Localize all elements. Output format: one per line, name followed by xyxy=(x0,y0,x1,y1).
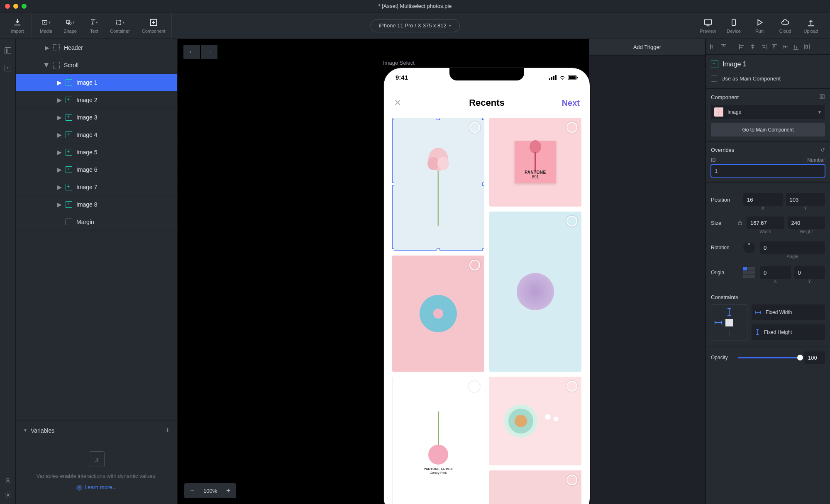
origin-y-input[interactable] xyxy=(794,266,825,279)
container-icon: ▾ xyxy=(115,18,124,27)
position-x-input[interactable] xyxy=(743,193,783,206)
layer-image-1[interactable]: ▶ Image 1 xyxy=(16,74,177,91)
align-right-icon[interactable] xyxy=(759,42,768,51)
panel-toggle-button[interactable] xyxy=(5,47,11,54)
position-y-input[interactable] xyxy=(786,193,825,206)
origin-grid-selector[interactable] xyxy=(743,267,755,278)
grid-tile-2[interactable]: PANTONE 691 xyxy=(489,118,581,207)
add-trigger-button[interactable]: Add Trigger xyxy=(589,39,705,56)
grid-tile-6[interactable] xyxy=(489,377,581,465)
grid-tile-3[interactable] xyxy=(392,256,484,372)
nav-forward-button[interactable]: → xyxy=(201,45,217,59)
align-center-h-icon[interactable] xyxy=(748,42,757,51)
layer-header[interactable]: ▶ Header xyxy=(16,39,177,56)
lock-icon[interactable] xyxy=(737,220,743,226)
coffee-illustration xyxy=(508,409,533,433)
svg-rect-8 xyxy=(549,78,550,80)
run-button[interactable]: Run xyxy=(751,18,768,34)
photo-grid: ✦ xyxy=(384,114,590,504)
nav-back-button[interactable]: ← xyxy=(183,45,200,59)
shape-button[interactable]: ▾ Shape xyxy=(62,18,78,34)
canvas-screen-label: Image Select xyxy=(383,60,415,66)
zoom-out-button[interactable]: − xyxy=(184,483,200,498)
layer-scroll[interactable]: ▶ Scroll xyxy=(16,56,177,74)
rotation-input[interactable] xyxy=(760,241,825,254)
window-close-button[interactable] xyxy=(5,4,10,9)
container-button[interactable]: ▾ Container xyxy=(110,18,130,34)
layer-image-7[interactable]: ▶ Image 7 xyxy=(16,178,177,196)
align-layout-vertical-icon[interactable] xyxy=(719,42,728,51)
component-selector[interactable]: Image ▼ xyxy=(711,105,825,119)
plate-illustration xyxy=(420,295,457,332)
svg-point-23 xyxy=(718,110,720,112)
use-as-main-checkbox[interactable] xyxy=(711,75,717,82)
media-button[interactable]: ▾ Media xyxy=(38,18,54,34)
align-top-icon[interactable] xyxy=(770,42,779,51)
user-icon[interactable] xyxy=(5,477,11,484)
opacity-label: Opacity xyxy=(711,355,734,360)
import-button[interactable]: Import xyxy=(9,18,26,34)
device-button[interactable]: Device xyxy=(725,18,742,34)
cloud-button[interactable]: Cloud xyxy=(777,18,793,34)
grid-tile-7[interactable] xyxy=(489,470,581,504)
component-icon xyxy=(66,149,72,156)
text-button[interactable]: T▾ Text xyxy=(86,18,103,34)
layer-image-3[interactable]: ▶ Image 3 xyxy=(16,109,177,126)
align-left-icon[interactable] xyxy=(737,42,747,51)
fixed-height-button[interactable]: Fixed Height xyxy=(752,324,825,340)
preview-button[interactable]: Preview xyxy=(700,18,716,34)
opacity-input[interactable] xyxy=(804,351,825,364)
device-frame[interactable]: 9:41 ✕ Recents Next ✦ xyxy=(383,67,591,504)
opacity-slider[interactable] xyxy=(738,357,800,358)
window-minimize-button[interactable] xyxy=(13,4,18,9)
align-center-v-icon[interactable] xyxy=(781,42,790,51)
device-frame-selector[interactable]: iPhone 11 Pro / X 375 x 812 ▾ xyxy=(370,19,460,32)
origin-marker-icon: ✦ xyxy=(392,118,394,121)
gear-icon[interactable] xyxy=(5,492,11,498)
detach-icon[interactable] xyxy=(819,94,825,101)
distribute-icon[interactable] xyxy=(802,42,811,51)
zoom-value: 100% xyxy=(200,488,220,494)
variable-placeholder-icon[interactable]: 𝑥 xyxy=(89,451,105,467)
layer-image-6[interactable]: ▶ Image 6 xyxy=(16,161,177,178)
grid-tile-1[interactable]: ✦ xyxy=(392,118,484,251)
origin-x-input[interactable] xyxy=(760,266,791,279)
variables-learn-more-link[interactable]: Learn more... xyxy=(36,484,157,491)
window-zoom-button[interactable] xyxy=(22,4,27,9)
size-h-input[interactable] xyxy=(788,217,825,229)
zoom-in-button[interactable]: + xyxy=(220,483,236,498)
inspector-panel: Image 1 Use as Main Component Component … xyxy=(706,39,830,504)
select-ring-icon xyxy=(469,381,480,392)
rotation-knob[interactable] xyxy=(743,242,755,253)
close-icon[interactable]: ✕ xyxy=(394,97,401,108)
component-button[interactable]: Component xyxy=(142,18,166,34)
layer-image-5[interactable]: ▶ Image 5 xyxy=(16,144,177,161)
override-id-input[interactable] xyxy=(711,165,825,177)
variables-section: ▼ Variables + 𝑥 Variables enable interac… xyxy=(16,421,177,504)
go-to-main-component-button[interactable]: Go to Main Component xyxy=(711,123,825,136)
reset-overrides-button[interactable]: ↺ xyxy=(820,147,825,153)
grid-tile-5[interactable]: PANTONE 14-1911 Candy Pink xyxy=(392,377,484,504)
canvas-area[interactable]: ← → Image Select 9:41 ✕ Recents Next xyxy=(178,39,589,504)
desktop-icon xyxy=(703,18,713,27)
status-time: 9:41 xyxy=(395,74,408,81)
svg-rect-5 xyxy=(705,19,712,24)
component-icon xyxy=(66,97,72,103)
hydrangea-illustration xyxy=(517,273,554,310)
origin-label: Origin xyxy=(711,270,740,275)
align-layout-horizontal-icon[interactable] xyxy=(708,42,718,51)
constraints-selector[interactable] xyxy=(711,304,747,341)
align-bottom-icon[interactable] xyxy=(791,42,801,51)
layer-image-4[interactable]: ▶ Image 4 xyxy=(16,126,177,144)
add-screen-button[interactable] xyxy=(5,65,11,71)
fixed-width-button[interactable]: Fixed Width xyxy=(752,304,825,320)
upload-button[interactable]: Upload xyxy=(803,18,819,34)
layer-image-2[interactable]: ▶ Image 2 xyxy=(16,91,177,109)
next-button[interactable]: Next xyxy=(562,98,580,108)
size-w-input[interactable] xyxy=(747,217,784,229)
add-variable-button[interactable]: + xyxy=(165,426,170,435)
position-label: Position xyxy=(711,197,740,203)
layer-image-8[interactable]: ▶ Image 8 xyxy=(16,196,177,213)
grid-tile-4[interactable] xyxy=(489,212,581,372)
layer-margin[interactable]: ▶ Margin xyxy=(16,213,177,231)
